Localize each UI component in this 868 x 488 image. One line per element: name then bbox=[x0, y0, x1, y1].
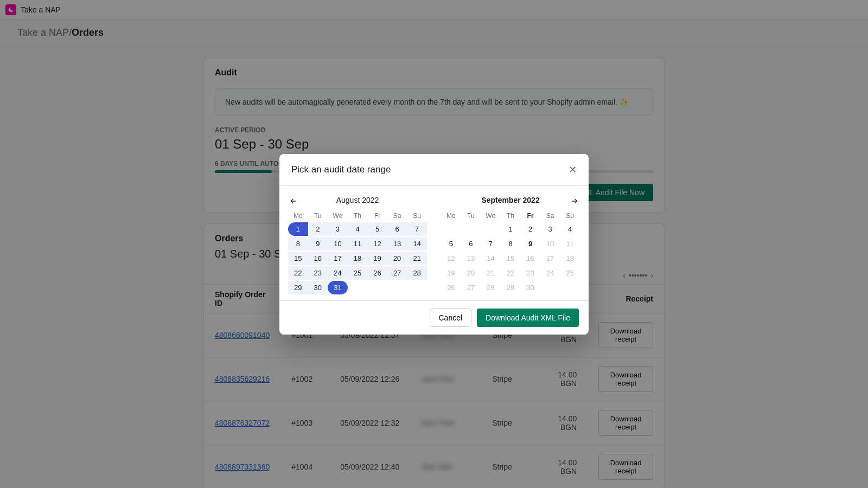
cal-day[interactable]: 29 bbox=[501, 281, 521, 294]
calendar-left: MoTuWeThFrSaSu12345678910111213141516171… bbox=[288, 210, 427, 295]
cal-dow: Sa bbox=[387, 210, 407, 222]
cal-day[interactable]: 22 bbox=[501, 266, 521, 280]
cal-dow: Fr bbox=[367, 210, 387, 222]
cal-day[interactable]: 17 bbox=[540, 252, 560, 265]
cal-day[interactable]: 22 bbox=[288, 266, 308, 280]
cal-day[interactable]: 24 bbox=[540, 266, 560, 280]
cal-day[interactable]: 28 bbox=[481, 281, 501, 294]
cal-day[interactable]: 10 bbox=[328, 237, 348, 251]
cal-day[interactable]: 25 bbox=[560, 266, 580, 280]
cal-day[interactable]: 28 bbox=[407, 266, 427, 280]
cal-day[interactable]: 16 bbox=[308, 252, 328, 265]
cal-day[interactable]: 27 bbox=[387, 266, 407, 280]
cal-day[interactable]: 23 bbox=[308, 266, 328, 280]
modal-overlay: Pick an audit date range ✕ August 2022 M… bbox=[0, 0, 868, 488]
cal-day[interactable]: 18 bbox=[560, 252, 580, 265]
cal-day[interactable]: 27 bbox=[461, 281, 481, 294]
cal-day[interactable]: 18 bbox=[348, 252, 368, 265]
cal-day[interactable]: 9 bbox=[308, 237, 328, 251]
cal-day[interactable]: 25 bbox=[348, 266, 368, 280]
cal-dow: Tu bbox=[461, 210, 481, 222]
date-range-modal: Pick an audit date range ✕ August 2022 M… bbox=[279, 154, 589, 335]
cal-day[interactable]: 5 bbox=[367, 222, 387, 236]
cal-right-title: September 2022 bbox=[441, 196, 580, 204]
cal-dow: Su bbox=[560, 210, 580, 222]
cal-day[interactable]: 14 bbox=[407, 237, 427, 251]
cal-day[interactable]: 2 bbox=[308, 222, 328, 236]
close-icon[interactable]: ✕ bbox=[569, 164, 577, 176]
cal-day[interactable]: 4 bbox=[348, 222, 368, 236]
cal-day[interactable]: 3 bbox=[328, 222, 348, 236]
cal-dow: Fr bbox=[520, 210, 540, 222]
cal-day[interactable]: 6 bbox=[387, 222, 407, 236]
cal-dow: Mo bbox=[288, 210, 308, 222]
cal-day[interactable]: 24 bbox=[328, 266, 348, 280]
cal-dow: We bbox=[328, 210, 348, 222]
cal-left-title: August 2022 bbox=[288, 196, 427, 204]
cal-day[interactable]: 20 bbox=[461, 266, 481, 280]
cal-day[interactable]: 17 bbox=[328, 252, 348, 265]
cal-day[interactable]: 21 bbox=[407, 252, 427, 265]
cal-day[interactable]: 7 bbox=[407, 222, 427, 236]
cal-day[interactable]: 1 bbox=[288, 222, 308, 236]
cal-dow: Th bbox=[348, 210, 368, 222]
cal-day[interactable]: 2 bbox=[520, 222, 540, 236]
cal-day[interactable]: 7 bbox=[481, 237, 501, 251]
next-month-button[interactable] bbox=[569, 196, 580, 207]
cal-day[interactable]: 8 bbox=[501, 237, 521, 251]
cal-day[interactable]: 19 bbox=[367, 252, 387, 265]
cal-day[interactable]: 11 bbox=[348, 237, 368, 251]
cal-day[interactable]: 30 bbox=[308, 281, 328, 294]
cal-day[interactable]: 23 bbox=[520, 266, 540, 280]
cal-day[interactable]: 5 bbox=[441, 237, 461, 251]
cal-day[interactable]: 19 bbox=[441, 266, 461, 280]
cal-day[interactable]: 20 bbox=[387, 252, 407, 265]
cal-day[interactable]: 30 bbox=[520, 281, 540, 294]
cal-day[interactable]: 13 bbox=[461, 252, 481, 265]
cal-day[interactable]: 10 bbox=[540, 237, 560, 251]
cal-dow: Sa bbox=[540, 210, 560, 222]
prev-month-button[interactable] bbox=[288, 196, 299, 207]
cal-dow: Su bbox=[407, 210, 427, 222]
cal-day[interactable]: 11 bbox=[560, 237, 580, 251]
cal-day[interactable]: 15 bbox=[501, 252, 521, 265]
cal-dow: Mo bbox=[441, 210, 461, 222]
cal-day[interactable]: 8 bbox=[288, 237, 308, 251]
cal-dow: We bbox=[481, 210, 501, 222]
cal-dow: Tu bbox=[308, 210, 328, 222]
cal-day[interactable]: 4 bbox=[560, 222, 580, 236]
cal-day[interactable]: 12 bbox=[441, 252, 461, 265]
cal-dow: Th bbox=[501, 210, 521, 222]
cal-day[interactable]: 3 bbox=[540, 222, 560, 236]
cal-day[interactable]: 9 bbox=[520, 237, 540, 251]
download-xml-button[interactable]: Download Audit XML File bbox=[477, 309, 579, 327]
cal-day[interactable]: 26 bbox=[367, 266, 387, 280]
cal-day[interactable]: 31 bbox=[328, 281, 348, 294]
modal-title: Pick an audit date range bbox=[291, 164, 391, 175]
cal-day[interactable]: 21 bbox=[481, 266, 501, 280]
cal-day[interactable]: 16 bbox=[520, 252, 540, 265]
calendar-right: MoTuWeThFrSaSu12345678910111213141516171… bbox=[441, 210, 580, 295]
cal-day[interactable]: 26 bbox=[441, 281, 461, 294]
cal-day[interactable]: 15 bbox=[288, 252, 308, 265]
cal-day[interactable]: 1 bbox=[501, 222, 521, 236]
cal-day[interactable]: 14 bbox=[481, 252, 501, 265]
cal-day[interactable]: 29 bbox=[288, 281, 308, 294]
cal-day[interactable]: 6 bbox=[461, 237, 481, 251]
cal-day[interactable]: 13 bbox=[387, 237, 407, 251]
cancel-button[interactable]: Cancel bbox=[430, 309, 472, 327]
cal-day[interactable]: 12 bbox=[367, 237, 387, 251]
